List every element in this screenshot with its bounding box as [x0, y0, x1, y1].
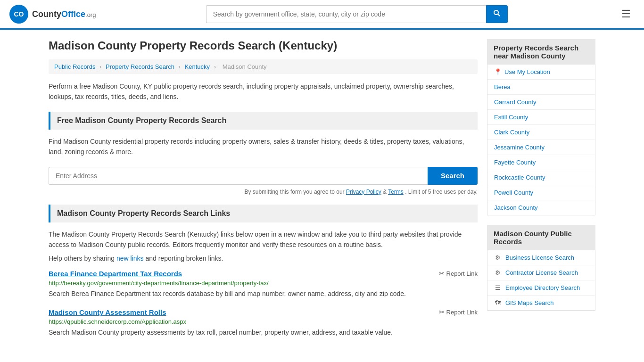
breadcrumb-madison-county: Madison County: [223, 63, 267, 70]
hamburger-menu[interactable]: ☰: [618, 6, 635, 22]
fayette-county-link[interactable]: Fayette County: [494, 159, 536, 166]
links-section-description: The Madison County Property Records Sear…: [49, 229, 478, 250]
report-icon-0: ✂: [439, 270, 445, 277]
sidebar-public-records-header: Madison County Public Records: [487, 225, 595, 250]
record-title-0[interactable]: Berea Finance Department Tax Records: [49, 270, 182, 278]
sidebar-item-fayette[interactable]: Fayette County: [487, 155, 595, 170]
address-input[interactable]: [49, 167, 428, 185]
page-container: Madison County Property Records Search (…: [39, 30, 605, 356]
free-search-header: Free Madison County Property Records Sea…: [49, 112, 478, 130]
sidebar: Property Records Search near Madison Cou…: [487, 39, 595, 347]
powell-county-link[interactable]: Powell County: [494, 189, 533, 196]
sidebar-item-jackson[interactable]: Jackson County: [487, 200, 595, 215]
record-desc-0: Search Berea Finance Department tax reco…: [49, 289, 478, 299]
logo-text: CountyOffice.org: [32, 9, 96, 19]
address-search-button[interactable]: Search: [428, 167, 478, 185]
sidebar-item-use-location[interactable]: 📍 Use My Location: [487, 65, 595, 80]
free-search-description: Find Madison County residential property…: [49, 136, 478, 157]
list-icon: ☰: [494, 284, 502, 291]
free-search-section: Free Madison County Property Records Sea…: [49, 112, 478, 195]
breadcrumb-kentucky[interactable]: Kentucky: [185, 63, 210, 70]
sidebar-item-employee-directory[interactable]: ☰ Employee Directory Search: [487, 280, 595, 296]
header-search-area: [206, 5, 508, 23]
header-search-button[interactable]: [486, 5, 508, 23]
employee-directory-link[interactable]: Employee Directory Search: [505, 284, 580, 291]
sidebar-nearby-section: Property Records Search near Madison Cou…: [487, 39, 595, 215]
sidebar-item-berea[interactable]: Berea: [487, 80, 595, 95]
record-card-1: Madison County Assessment Rolls ✂ Report…: [49, 308, 478, 337]
logo-icon: CO: [9, 5, 28, 24]
contractor-license-link[interactable]: Contractor License Search: [505, 269, 578, 276]
svg-text:CO: CO: [14, 10, 24, 18]
business-license-link[interactable]: Business License Search: [505, 254, 574, 261]
record-title-1[interactable]: Madison County Assessment Rolls: [49, 308, 166, 316]
rockcastle-county-link[interactable]: Rockcastle County: [494, 174, 545, 181]
header-search-input[interactable]: [206, 5, 486, 23]
location-dot-icon: 📍: [494, 68, 502, 75]
terms-link[interactable]: Terms: [388, 189, 404, 195]
berea-link[interactable]: Berea: [494, 83, 511, 90]
sidebar-item-garrard[interactable]: Garrard County: [487, 95, 595, 110]
logo-area: CO CountyOffice.org: [9, 5, 96, 24]
address-search-row: Search: [49, 167, 478, 185]
breadcrumb-public-records[interactable]: Public Records: [54, 63, 95, 70]
page-description: Perform a free Madison County, KY public…: [49, 81, 478, 102]
record-url-0[interactable]: http://bereaky.gov/government/city-depar…: [49, 280, 478, 287]
site-header: CO CountyOffice.org ☰: [0, 0, 644, 30]
links-section-header: Madison County Property Records Search L…: [49, 205, 478, 222]
use-my-location-link[interactable]: Use My Location: [504, 68, 550, 75]
svg-line-3: [498, 14, 500, 16]
estill-county-link[interactable]: Estill County: [494, 114, 528, 121]
report-link-1[interactable]: ✂ Report Link: [439, 308, 478, 316]
page-title: Madison County Property Records Search (…: [49, 39, 478, 52]
terms-text: By submitting this form you agree to our…: [49, 189, 478, 195]
new-links-link[interactable]: new links: [116, 255, 144, 262]
gear-icon-0: ⚙: [494, 254, 502, 261]
sidebar-nearby-list: 📍 Use My Location Berea Garrard County E…: [487, 65, 595, 215]
sidebar-nearby-header: Property Records Search near Madison Cou…: [487, 39, 595, 65]
sidebar-public-records-list: ⚙ Business License Search ⚙ Contractor L…: [487, 250, 595, 311]
svg-point-2: [494, 10, 498, 15]
gis-maps-link[interactable]: GIS Maps Search: [505, 299, 554, 306]
privacy-policy-link[interactable]: Privacy Policy: [346, 189, 381, 195]
sidebar-item-powell[interactable]: Powell County: [487, 185, 595, 200]
jessamine-county-link[interactable]: Jessamine County: [494, 144, 545, 151]
sidebar-item-business-license[interactable]: ⚙ Business License Search: [487, 250, 595, 265]
report-icon-1: ✂: [439, 308, 445, 316]
record-url-1[interactable]: https://qpublic.schneidercorp.com/Applic…: [49, 318, 478, 325]
record-desc-1: Search Madison County property assessmen…: [49, 328, 478, 337]
jackson-county-link[interactable]: Jackson County: [494, 204, 538, 211]
sidebar-public-records-section: Madison County Public Records ⚙ Business…: [487, 225, 595, 311]
clark-county-link[interactable]: Clark County: [494, 129, 529, 136]
sidebar-item-gis-maps[interactable]: 🗺 GIS Maps Search: [487, 296, 595, 310]
report-link-0[interactable]: ✂ Report Link: [439, 270, 478, 277]
breadcrumb: Public Records › Property Records Search…: [49, 59, 478, 74]
map-icon: 🗺: [494, 299, 502, 306]
sidebar-item-rockcastle[interactable]: Rockcastle County: [487, 170, 595, 185]
main-content: Madison County Property Records Search (…: [49, 39, 478, 347]
garrard-county-link[interactable]: Garrard County: [494, 99, 537, 106]
sidebar-item-clark[interactable]: Clark County: [487, 125, 595, 140]
links-section: Madison County Property Records Search L…: [49, 205, 478, 338]
share-text: Help others by sharing new links and rep…: [49, 255, 478, 262]
sidebar-item-estill[interactable]: Estill County: [487, 110, 595, 125]
breadcrumb-property-records-search[interactable]: Property Records Search: [106, 63, 174, 70]
record-card-0: Berea Finance Department Tax Records ✂ R…: [49, 270, 478, 299]
sidebar-item-contractor-license[interactable]: ⚙ Contractor License Search: [487, 265, 595, 280]
gear-icon-1: ⚙: [494, 269, 502, 276]
sidebar-item-jessamine[interactable]: Jessamine County: [487, 140, 595, 155]
